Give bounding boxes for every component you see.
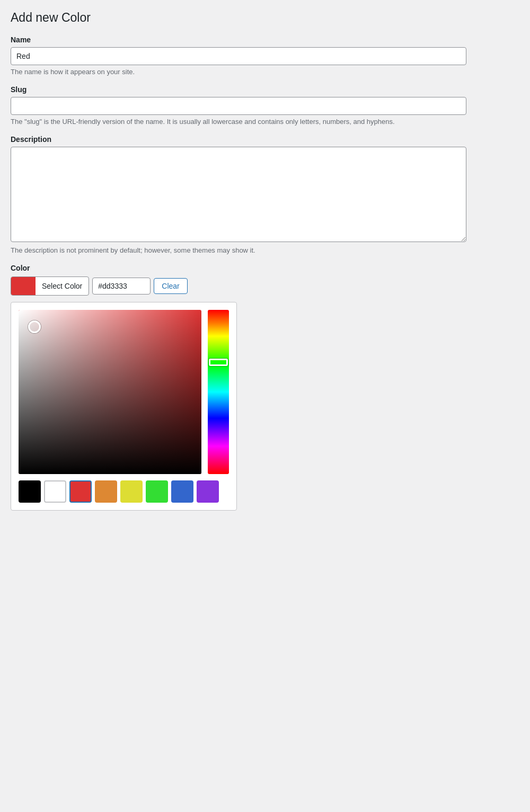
select-color-label: Select Color	[36, 282, 89, 290]
description-textarea[interactable]	[11, 147, 466, 242]
name-hint: The name is how it appears on your site.	[11, 68, 488, 76]
color-field: Color Select Color Clear	[11, 264, 488, 511]
color-gradient[interactable]	[19, 310, 201, 474]
preset-purple[interactable]	[197, 480, 219, 503]
color-controls: Select Color Clear	[11, 276, 488, 296]
page-title: Add new Color	[11, 11, 488, 25]
select-color-button[interactable]: Select Color	[11, 276, 89, 296]
slug-input[interactable]	[11, 97, 466, 115]
hue-slider[interactable]	[208, 310, 229, 474]
preset-yellow[interactable]	[120, 480, 143, 503]
preset-green[interactable]	[146, 480, 168, 503]
picker-main	[19, 310, 229, 474]
description-hint: The description is not prominent by defa…	[11, 246, 488, 254]
gradient-brightness	[19, 310, 201, 474]
preset-orange[interactable]	[95, 480, 117, 503]
slug-label: Slug	[11, 85, 488, 94]
color-swatch-preview	[11, 276, 36, 296]
color-hex-input[interactable]	[92, 278, 151, 295]
name-input[interactable]	[11, 47, 466, 65]
color-label: Color	[11, 264, 488, 272]
preset-red[interactable]	[69, 480, 92, 503]
preset-white[interactable]	[44, 480, 66, 503]
description-label: Description	[11, 135, 488, 144]
hue-slider-handle	[209, 359, 228, 366]
slug-field: Slug The "slug" is the URL-friendly vers…	[11, 85, 488, 126]
name-label: Name	[11, 35, 488, 44]
clear-button[interactable]: Clear	[154, 278, 187, 294]
name-field: Name The name is how it appears on your …	[11, 35, 488, 76]
color-picker-panel	[11, 302, 237, 511]
slug-hint: The "slug" is the URL-friendly version o…	[11, 118, 488, 126]
page-container: Add new Color Name The name is how it ap…	[11, 11, 488, 511]
preset-black[interactable]	[19, 480, 41, 503]
color-swatches-row	[19, 480, 229, 503]
preset-blue[interactable]	[171, 480, 193, 503]
description-field: Description The description is not promi…	[11, 135, 488, 254]
